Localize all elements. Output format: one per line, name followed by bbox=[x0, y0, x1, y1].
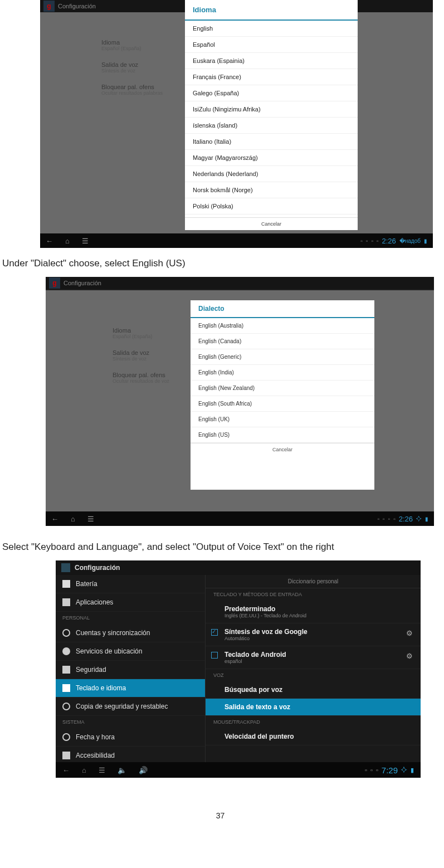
list-item[interactable]: Nederlands (Nederland) bbox=[185, 166, 358, 182]
section-header: VOZ bbox=[206, 669, 421, 681]
status-icon: ▫ bbox=[378, 516, 380, 522]
google-badge-icon: g bbox=[49, 277, 60, 289]
sidebar-item-aplicaciones[interactable]: Aplicaciones bbox=[56, 593, 205, 612]
wifi-icon: ⯎ bbox=[416, 516, 422, 522]
clock-label: 2:26 bbox=[399, 515, 413, 523]
screenshot-dialect-dialog: g Configuración IdiomaEspañol (España) S… bbox=[46, 277, 434, 526]
checkbox-icon[interactable] bbox=[211, 629, 218, 636]
list-item[interactable]: Euskara (Espainia) bbox=[185, 53, 358, 69]
sidebar-item-accesibilidad[interactable]: Accesibilidad bbox=[56, 747, 205, 762]
setting-item[interactable]: IdiomaEspañol (España) bbox=[101, 39, 185, 51]
prev-section-label: Diccionario personal bbox=[206, 575, 421, 588]
cancel-button[interactable]: Cancelar bbox=[191, 443, 374, 456]
back-icon[interactable]: ← bbox=[46, 237, 53, 245]
clock-icon bbox=[62, 733, 70, 741]
screen-title: Configuración bbox=[58, 3, 96, 9]
wifi-icon: ⯎ bbox=[401, 767, 407, 773]
home-icon[interactable]: ⌂ bbox=[71, 515, 75, 523]
setting-item[interactable]: Salida de vozSíntesis de voz bbox=[101, 61, 185, 74]
list-item[interactable]: Français (France) bbox=[185, 69, 358, 85]
page-number: 37 bbox=[0, 811, 441, 820]
home-icon[interactable]: ⌂ bbox=[82, 766, 86, 774]
list-item[interactable]: English (India) bbox=[191, 365, 374, 381]
list-item[interactable]: English (Australia) bbox=[191, 318, 374, 334]
setting-item[interactable]: Bloquear pal. ofensOcultar resultados de… bbox=[113, 372, 196, 384]
recent-icon[interactable]: ☰ bbox=[82, 237, 89, 245]
volume-up-icon[interactable]: 🔊 bbox=[139, 766, 148, 774]
list-item[interactable]: English (UK) bbox=[191, 412, 374, 427]
back-icon[interactable]: ← bbox=[62, 766, 70, 774]
list-item[interactable]: English (Canada) bbox=[191, 334, 374, 349]
dialog-title: Idioma bbox=[185, 0, 358, 21]
top-bar: Configuración bbox=[56, 560, 421, 575]
battery-icon bbox=[62, 580, 70, 588]
list-item[interactable]: English (New Zealand) bbox=[191, 381, 374, 396]
status-icon: ▫ bbox=[377, 238, 379, 244]
setting-item[interactable]: Salida de vozSíntesis de voz bbox=[113, 349, 196, 362]
screenshot-settings-keyboard: Configuración Batería Aplicaciones PERSO… bbox=[56, 560, 421, 778]
section-header: TECLADO Y MÉTODOS DE ENTRADA bbox=[206, 588, 421, 601]
settings-gear-icon[interactable]: ⚙ bbox=[406, 629, 413, 637]
home-icon[interactable]: ⌂ bbox=[65, 237, 70, 245]
sidebar-item-seguridad[interactable]: Seguridad bbox=[56, 661, 205, 679]
sidebar-item-fecha[interactable]: Fecha y hora bbox=[56, 728, 205, 747]
settings-detail-pane[interactable]: Diccionario personal TECLADO Y MÉTODOS D… bbox=[205, 575, 421, 762]
clock-label: 2:26 bbox=[382, 237, 396, 245]
cancel-button[interactable]: Cancelar bbox=[185, 217, 358, 230]
dialect-dialog: Dialecto English (Australia) English (Ca… bbox=[191, 300, 374, 490]
sidebar-item-cuentas[interactable]: Cuentas y sincronización bbox=[56, 624, 205, 642]
apps-icon bbox=[62, 598, 70, 606]
settings-list: IdiomaEspañol (España) Salida de vozSínt… bbox=[101, 39, 185, 106]
text-to-speech-output[interactable]: Salida de texto a voz bbox=[206, 699, 421, 716]
language-list[interactable]: English Español Euskara (Espainia) Franç… bbox=[185, 21, 358, 214]
setting-item[interactable]: IdiomaEspañol (España) bbox=[113, 327, 196, 339]
list-item[interactable]: Magyar (Magyarország) bbox=[185, 150, 358, 166]
list-item[interactable]: English (US) bbox=[191, 427, 374, 443]
input-method-google-voice[interactable]: Síntesis de voz de GoogleAutomático⚙ bbox=[206, 623, 421, 646]
input-method-default[interactable]: PredeterminadoInglés (EE.UU.) - Teclado … bbox=[206, 601, 421, 623]
status-icon: ▫ bbox=[376, 767, 378, 773]
settings-sidebar[interactable]: Batería Aplicaciones PERSONAL Cuentas y … bbox=[56, 575, 205, 762]
list-item[interactable]: IsiZulu (Ningizimu Afrika) bbox=[185, 101, 358, 118]
input-method-android-keyboard[interactable]: Teclado de Androidespañol⚙ bbox=[206, 646, 421, 669]
pointer-speed[interactable]: Velocidad del puntero bbox=[206, 728, 421, 745]
settings-icon bbox=[61, 563, 70, 572]
backup-icon bbox=[62, 703, 70, 710]
checkbox-icon[interactable] bbox=[211, 652, 218, 659]
status-icon: ▫ bbox=[393, 516, 396, 522]
list-item[interactable]: Español bbox=[185, 37, 358, 53]
sidebar-item-teclado-idioma[interactable]: Teclado e idioma bbox=[56, 679, 205, 698]
sidebar-item-ubicacion[interactable]: Servicios de ubicación bbox=[56, 642, 205, 661]
setting-item[interactable]: Bloquear pal. ofensOcultar resultados pa… bbox=[101, 84, 185, 96]
list-item[interactable]: Polski (Polska) bbox=[185, 198, 358, 214]
accessibility-icon bbox=[62, 752, 70, 759]
dialog-title: Dialecto bbox=[191, 300, 374, 318]
recent-icon[interactable]: ☰ bbox=[87, 515, 94, 523]
sync-icon bbox=[62, 629, 70, 637]
volume-down-icon[interactable]: 🔈 bbox=[118, 766, 126, 774]
list-item[interactable]: Italiano (Italia) bbox=[185, 134, 358, 150]
status-icon: ▫ bbox=[388, 516, 391, 522]
battery-icon: ▮ bbox=[425, 516, 428, 522]
list-item[interactable]: íslenska (Ísland) bbox=[185, 118, 358, 134]
instruction-text: Select "Keyboard and Language", and sele… bbox=[2, 542, 441, 553]
screen-title: Configuración bbox=[64, 280, 101, 286]
section-header: MOUSE/TRACKPAD bbox=[206, 716, 421, 728]
lock-icon bbox=[62, 666, 70, 674]
settings-gear-icon[interactable]: ⚙ bbox=[406, 652, 413, 660]
sidebar-item-batería[interactable]: Batería bbox=[56, 575, 205, 593]
voice-search[interactable]: Búsqueda por voz bbox=[206, 681, 421, 699]
sidebar-item-backup[interactable]: Copia de seguridad y restablec bbox=[56, 698, 205, 716]
list-item[interactable]: Norsk bokmål (Norge) bbox=[185, 182, 358, 198]
system-navbar: ← ⌂ ☰ 🔈 🔊 ▫ ▫ ▫ 7:29 ⯎ ▮ bbox=[56, 762, 421, 778]
status-icon: ▫ bbox=[370, 767, 373, 773]
recent-icon[interactable]: ☰ bbox=[99, 766, 105, 774]
back-icon[interactable]: ← bbox=[51, 515, 58, 523]
list-item[interactable]: Galego (España) bbox=[185, 85, 358, 101]
location-icon bbox=[62, 647, 70, 655]
settings-list: IdiomaEspañol (España) Salida de vozSínt… bbox=[113, 327, 196, 394]
list-item[interactable]: English (Generic) bbox=[191, 349, 374, 365]
google-badge-icon: g bbox=[43, 1, 55, 12]
list-item[interactable]: English (South Africa) bbox=[191, 396, 374, 412]
list-item[interactable]: English bbox=[185, 21, 358, 37]
